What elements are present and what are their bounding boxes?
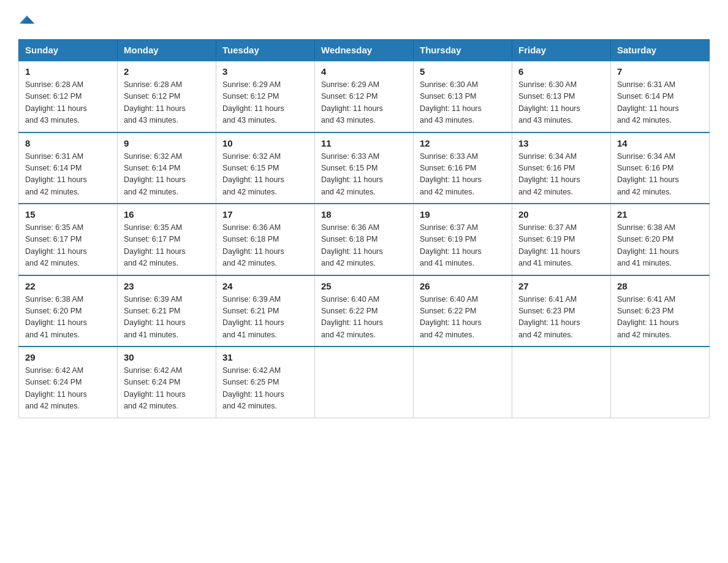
day-info: Sunrise: 6:31 AM Sunset: 6:14 PM Dayligh… [617,79,703,127]
calendar-cell: 29 Sunrise: 6:42 AM Sunset: 6:24 PM Dayl… [19,347,118,418]
day-number: 11 [321,138,407,148]
header-thursday: Thursday [414,40,512,61]
day-number: 18 [321,209,407,220]
day-info: Sunrise: 6:31 AM Sunset: 6:14 PM Dayligh… [25,151,111,199]
calendar-cell: 26 Sunrise: 6:40 AM Sunset: 6:22 PM Dayl… [414,275,512,347]
calendar-cell: 31 Sunrise: 6:42 AM Sunset: 6:25 PM Dayl… [216,347,315,418]
day-info: Sunrise: 6:37 AM Sunset: 6:19 PM Dayligh… [518,222,604,270]
header-monday: Monday [118,40,216,61]
calendar-cell [414,347,512,418]
calendar-cell: 22 Sunrise: 6:38 AM Sunset: 6:20 PM Dayl… [19,275,118,347]
day-info: Sunrise: 6:30 AM Sunset: 6:13 PM Dayligh… [420,79,506,127]
day-number: 23 [124,281,210,291]
calendar-cell [512,347,611,418]
header-tuesday: Tuesday [216,40,315,61]
calendar-cell: 20 Sunrise: 6:37 AM Sunset: 6:19 PM Dayl… [512,204,611,275]
day-info: Sunrise: 6:40 AM Sunset: 6:22 PM Dayligh… [321,294,407,342]
day-info: Sunrise: 6:33 AM Sunset: 6:15 PM Dayligh… [321,151,407,199]
day-info: Sunrise: 6:42 AM Sunset: 6:25 PM Dayligh… [222,365,308,413]
day-info: Sunrise: 6:40 AM Sunset: 6:22 PM Dayligh… [420,294,506,342]
day-info: Sunrise: 6:29 AM Sunset: 6:12 PM Dayligh… [222,79,308,127]
day-number: 2 [124,66,210,77]
day-info: Sunrise: 6:42 AM Sunset: 6:24 PM Dayligh… [124,365,210,413]
calendar-cell: 16 Sunrise: 6:35 AM Sunset: 6:17 PM Dayl… [118,204,216,275]
calendar-cell: 6 Sunrise: 6:30 AM Sunset: 6:13 PM Dayli… [512,61,611,132]
day-number: 1 [25,66,111,77]
day-number: 29 [25,352,111,362]
day-number: 17 [222,209,308,220]
week-row-2: 8 Sunrise: 6:31 AM Sunset: 6:14 PM Dayli… [19,132,710,204]
calendar-cell: 23 Sunrise: 6:39 AM Sunset: 6:21 PM Dayl… [118,275,216,347]
day-info: Sunrise: 6:28 AM Sunset: 6:12 PM Dayligh… [25,79,111,127]
calendar-cell: 28 Sunrise: 6:41 AM Sunset: 6:23 PM Dayl… [611,275,710,347]
day-info: Sunrise: 6:30 AM Sunset: 6:13 PM Dayligh… [518,79,604,127]
calendar-cell: 2 Sunrise: 6:28 AM Sunset: 6:12 PM Dayli… [118,61,216,132]
header-saturday: Saturday [611,40,710,61]
day-number: 12 [420,138,506,148]
day-number: 16 [124,209,210,220]
day-info: Sunrise: 6:41 AM Sunset: 6:23 PM Dayligh… [518,294,604,342]
week-row-5: 29 Sunrise: 6:42 AM Sunset: 6:24 PM Dayl… [19,347,710,418]
day-info: Sunrise: 6:39 AM Sunset: 6:21 PM Dayligh… [222,294,308,342]
day-info: Sunrise: 6:34 AM Sunset: 6:16 PM Dayligh… [518,151,604,199]
day-info: Sunrise: 6:35 AM Sunset: 6:17 PM Dayligh… [124,222,210,270]
day-info: Sunrise: 6:41 AM Sunset: 6:23 PM Dayligh… [617,294,703,342]
day-number: 9 [124,138,210,148]
day-info: Sunrise: 6:38 AM Sunset: 6:20 PM Dayligh… [617,222,703,270]
day-info: Sunrise: 6:36 AM Sunset: 6:18 PM Dayligh… [222,222,308,270]
calendar-cell: 12 Sunrise: 6:33 AM Sunset: 6:16 PM Dayl… [414,132,512,204]
day-info: Sunrise: 6:37 AM Sunset: 6:19 PM Dayligh… [420,222,506,270]
day-info: Sunrise: 6:39 AM Sunset: 6:21 PM Dayligh… [124,294,210,342]
day-number: 25 [321,281,407,291]
day-number: 28 [617,281,703,291]
calendar-table: SundayMondayTuesdayWednesdayThursdayFrid… [18,39,710,418]
week-row-3: 15 Sunrise: 6:35 AM Sunset: 6:17 PM Dayl… [19,204,710,275]
day-number: 21 [617,209,703,220]
day-info: Sunrise: 6:32 AM Sunset: 6:15 PM Dayligh… [222,151,308,199]
calendar-cell: 11 Sunrise: 6:33 AM Sunset: 6:15 PM Dayl… [315,132,414,204]
day-number: 7 [617,66,703,77]
calendar-cell: 14 Sunrise: 6:34 AM Sunset: 6:16 PM Dayl… [611,132,710,204]
day-number: 10 [222,138,308,148]
day-number: 30 [124,352,210,362]
header-sunday: Sunday [19,40,118,61]
calendar-cell: 25 Sunrise: 6:40 AM Sunset: 6:22 PM Dayl… [315,275,414,347]
calendar-cell: 10 Sunrise: 6:32 AM Sunset: 6:15 PM Dayl… [216,132,315,204]
calendar-cell: 9 Sunrise: 6:32 AM Sunset: 6:14 PM Dayli… [118,132,216,204]
week-row-1: 1 Sunrise: 6:28 AM Sunset: 6:12 PM Dayli… [19,61,710,132]
logo [18,12,36,29]
calendar-cell: 4 Sunrise: 6:29 AM Sunset: 6:12 PM Dayli… [315,61,414,132]
calendar-cell [315,347,414,418]
day-number: 3 [222,66,308,77]
calendar-cell: 17 Sunrise: 6:36 AM Sunset: 6:18 PM Dayl… [216,204,315,275]
day-number: 13 [518,138,604,148]
day-info: Sunrise: 6:32 AM Sunset: 6:14 PM Dayligh… [124,151,210,199]
day-number: 14 [617,138,703,148]
day-number: 20 [518,209,604,220]
day-info: Sunrise: 6:29 AM Sunset: 6:12 PM Dayligh… [321,79,407,127]
calendar-cell: 24 Sunrise: 6:39 AM Sunset: 6:21 PM Dayl… [216,275,315,347]
week-row-4: 22 Sunrise: 6:38 AM Sunset: 6:20 PM Dayl… [19,275,710,347]
day-info: Sunrise: 6:33 AM Sunset: 6:16 PM Dayligh… [420,151,506,199]
day-info: Sunrise: 6:36 AM Sunset: 6:18 PM Dayligh… [321,222,407,270]
page-header [18,12,710,29]
day-number: 6 [518,66,604,77]
calendar-cell: 30 Sunrise: 6:42 AM Sunset: 6:24 PM Dayl… [118,347,216,418]
calendar-cell: 21 Sunrise: 6:38 AM Sunset: 6:20 PM Dayl… [611,204,710,275]
day-number: 31 [222,352,308,362]
calendar-cell: 15 Sunrise: 6:35 AM Sunset: 6:17 PM Dayl… [19,204,118,275]
day-info: Sunrise: 6:35 AM Sunset: 6:17 PM Dayligh… [25,222,111,270]
day-info: Sunrise: 6:42 AM Sunset: 6:24 PM Dayligh… [25,365,111,413]
day-info: Sunrise: 6:28 AM Sunset: 6:12 PM Dayligh… [124,79,210,127]
weekday-header-row: SundayMondayTuesdayWednesdayThursdayFrid… [19,40,710,61]
calendar-cell: 27 Sunrise: 6:41 AM Sunset: 6:23 PM Dayl… [512,275,611,347]
calendar-cell [611,347,710,418]
calendar-cell: 5 Sunrise: 6:30 AM Sunset: 6:13 PM Dayli… [414,61,512,132]
day-number: 22 [25,281,111,291]
day-number: 19 [420,209,506,220]
calendar-cell: 3 Sunrise: 6:29 AM Sunset: 6:12 PM Dayli… [216,61,315,132]
day-info: Sunrise: 6:34 AM Sunset: 6:16 PM Dayligh… [617,151,703,199]
header-friday: Friday [512,40,611,61]
day-number: 8 [25,138,111,148]
day-number: 26 [420,281,506,291]
